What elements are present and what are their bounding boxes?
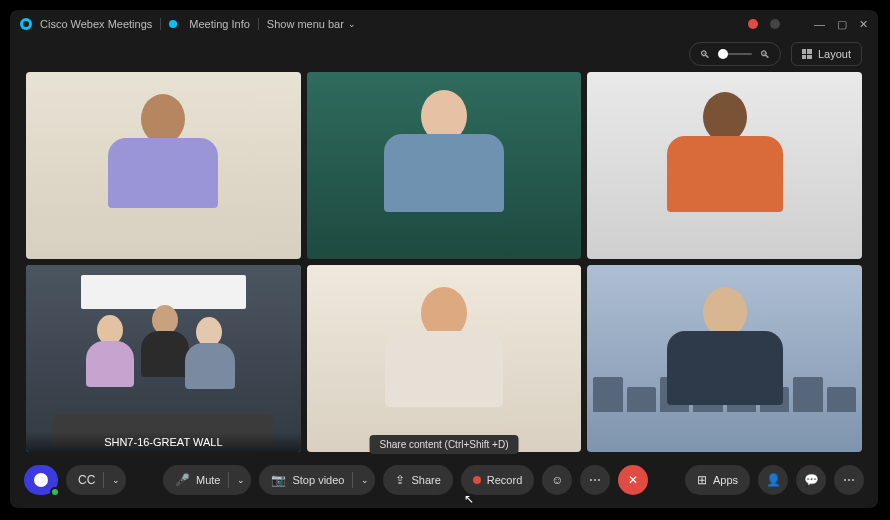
- participant-tile[interactable]: [26, 72, 301, 259]
- closed-captions-button[interactable]: CC ⌄: [66, 465, 126, 495]
- zoom-control[interactable]: 🔍︎ 🔍︎: [689, 42, 781, 66]
- show-menu-bar-button[interactable]: Show menu bar ⌄: [267, 18, 356, 30]
- chat-icon: 💬: [804, 474, 819, 486]
- mute-label: Mute: [196, 474, 220, 486]
- app-name: Cisco Webex Meetings: [40, 18, 152, 30]
- app-window: Cisco Webex Meetings Meeting Info Show m…: [10, 10, 878, 508]
- record-button[interactable]: Record: [461, 465, 534, 495]
- minimize-button[interactable]: —: [814, 18, 825, 30]
- close-icon: ✕: [628, 474, 638, 486]
- chat-button[interactable]: 💬: [796, 465, 826, 495]
- more-options-button[interactable]: ⋯: [580, 465, 610, 495]
- microphone-icon: 🎤: [175, 474, 190, 486]
- participant-name-label: SHN7-16-GREAT WALL: [26, 432, 301, 452]
- video-grid: SHN7-16-GREAT WALL: [10, 72, 878, 458]
- close-button[interactable]: ✕: [859, 18, 868, 31]
- participants-button[interactable]: 👤: [758, 465, 788, 495]
- meeting-info-button[interactable]: Meeting Info: [189, 18, 250, 30]
- layout-label: Layout: [818, 48, 851, 60]
- smile-icon: ☺: [551, 474, 563, 486]
- stop-video-label: Stop video: [292, 474, 344, 486]
- ellipsis-icon: ⋯: [843, 474, 855, 486]
- participant-video: [587, 265, 862, 452]
- zoom-out-icon[interactable]: 🔍︎: [700, 49, 710, 60]
- status-dot-icon: [770, 19, 780, 29]
- share-label: Share: [411, 474, 440, 486]
- participant-video: [26, 72, 301, 259]
- camera-icon: 📷: [271, 474, 286, 486]
- titlebar: Cisco Webex Meetings Meeting Info Show m…: [10, 10, 878, 38]
- webex-logo-icon: [20, 18, 32, 30]
- stop-video-button[interactable]: 📷 Stop video ⌄: [259, 465, 375, 495]
- chevron-down-icon: ⌄: [237, 475, 245, 485]
- cc-icon: CC: [78, 474, 95, 486]
- participant-tile[interactable]: [587, 72, 862, 259]
- divider-icon: [160, 18, 161, 30]
- participant-video: [26, 265, 301, 452]
- chevron-down-icon: ⌄: [112, 475, 120, 485]
- participant-tile[interactable]: [307, 72, 582, 259]
- share-tooltip: Share content (Ctrl+Shift +D): [370, 435, 519, 454]
- participant-video: [307, 72, 582, 259]
- person-icon: 👤: [766, 474, 781, 486]
- share-icon: ⇪: [395, 474, 405, 486]
- maximize-button[interactable]: ▢: [837, 18, 847, 31]
- ellipsis-icon: ⋯: [589, 474, 601, 486]
- participant-tile[interactable]: [587, 265, 862, 452]
- zoom-in-icon[interactable]: 🔍︎: [760, 49, 770, 60]
- leave-meeting-button[interactable]: ✕: [618, 465, 648, 495]
- view-toolbar: 🔍︎ 🔍︎ Layout: [10, 38, 878, 72]
- show-menu-bar-label: Show menu bar: [267, 18, 344, 30]
- reactions-button[interactable]: ☺: [542, 465, 572, 495]
- participant-video: [587, 72, 862, 259]
- webex-assistant-button[interactable]: [24, 465, 58, 495]
- chevron-down-icon: ⌄: [348, 19, 356, 29]
- panel-options-button[interactable]: ⋯: [834, 465, 864, 495]
- share-button[interactable]: ⇪ Share: [383, 465, 452, 495]
- meeting-controls: CC ⌄ 🎤 Mute ⌄ 📷 Stop video ⌄ ⇪ Share: [10, 458, 878, 508]
- layout-button[interactable]: Layout: [791, 42, 862, 66]
- participant-tile-active[interactable]: SHN7-16-GREAT WALL: [26, 265, 301, 452]
- apps-label: Apps: [713, 474, 738, 486]
- chevron-down-icon: ⌄: [361, 475, 369, 485]
- participant-tile[interactable]: [307, 265, 582, 452]
- divider-icon: [258, 18, 259, 30]
- mute-button[interactable]: 🎤 Mute ⌄: [163, 465, 251, 495]
- zoom-slider[interactable]: [718, 53, 752, 55]
- record-label: Record: [487, 474, 522, 486]
- apps-icon: ⊞: [697, 474, 707, 486]
- participant-video: [307, 265, 582, 452]
- status-badge-icon: [50, 487, 60, 497]
- apps-button[interactable]: ⊞ Apps: [685, 465, 750, 495]
- record-icon: [473, 476, 481, 484]
- info-dot-icon: [169, 20, 177, 28]
- recording-indicator-icon: [748, 19, 758, 29]
- grid-icon: [802, 49, 812, 59]
